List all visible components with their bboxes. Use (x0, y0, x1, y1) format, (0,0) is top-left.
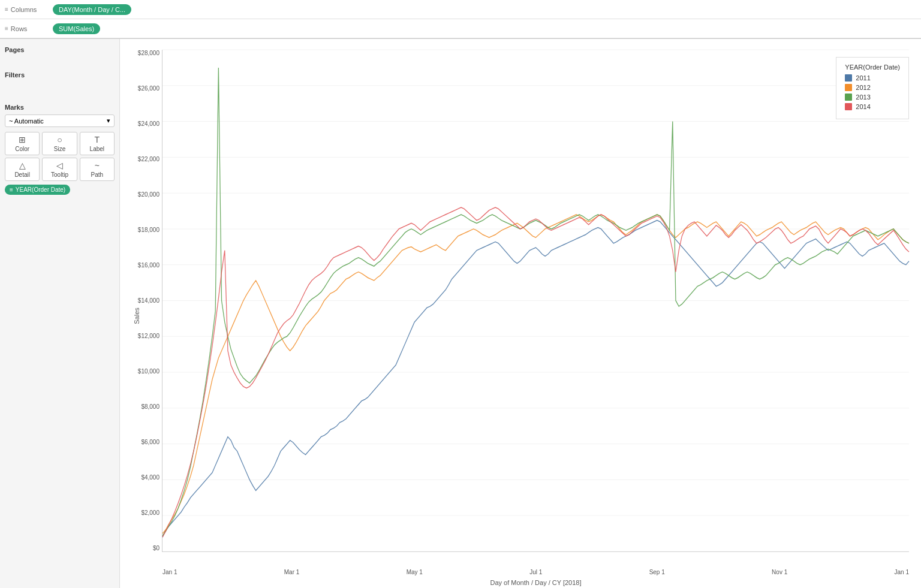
color-icon: ⊞ (19, 135, 26, 144)
rows-shelf: ≡ Rows SUM(Sales) (0, 19, 921, 38)
size-icon: ○ (57, 135, 62, 144)
year-order-date-pill[interactable]: ≡ YEAR(Order Date) (5, 185, 70, 195)
y-label-28000: $28,000 (124, 50, 159, 56)
label-label: Label (90, 146, 104, 152)
legend-item-2013: 2013 (845, 94, 900, 101)
x-label-sep1: Sep 1 (649, 569, 665, 575)
marks-grid: ⊞ Color ○ Size T Label △ Detail ◁ Tool (5, 132, 115, 181)
color-button[interactable]: ⊞ Color (5, 132, 40, 155)
y-labels: $28,000 $26,000 $24,000 $22,000 $20,000 … (124, 50, 159, 551)
legend-item-2011: 2011 (845, 74, 900, 82)
y-label-2000: $2,000 (124, 509, 159, 516)
pill-label: YEAR(Order Date) (16, 186, 65, 193)
y-label-12000: $12,000 (124, 333, 159, 339)
y-label-10000: $10,000 (124, 368, 159, 375)
size-button[interactable]: ○ Size (42, 132, 77, 155)
top-bar: ≡ Columns DAY(Month / Day / C... ≡ Rows … (0, 0, 921, 39)
tooltip-button[interactable]: ◁ Tooltip (42, 158, 77, 181)
path-button[interactable]: ~ Path (80, 158, 115, 181)
x-label-jan1-end: Jan 1 (895, 569, 909, 575)
columns-shelf: ≡ Columns DAY(Month / Day / C... (0, 0, 921, 19)
tooltip-icon: ◁ (56, 161, 63, 170)
detail-button[interactable]: △ Detail (5, 158, 40, 181)
x-label-mar1: Mar 1 (284, 569, 300, 575)
columns-label: ≡ Columns (5, 6, 53, 13)
columns-pill[interactable]: DAY(Month / Day / C... (53, 4, 131, 15)
y-label-4000: $4,000 (124, 474, 159, 481)
x-label-nov1: Nov 1 (772, 569, 787, 575)
tooltip-label: Tooltip (51, 171, 68, 178)
label-button[interactable]: T Label (80, 132, 115, 155)
chart-container: Sales $28,000 $26,000 $24,000 $22,000 $2… (120, 44, 921, 588)
x-axis-title: Day of Month / Day / CY [2018] (490, 579, 581, 586)
y-label-22000: $22,000 (124, 156, 159, 162)
legend-item-2014: 2014 (845, 103, 900, 110)
chart-area: Sales $28,000 $26,000 $24,000 $22,000 $2… (120, 39, 921, 588)
x-label-jul1: Jul 1 (529, 569, 542, 575)
pages-title: Pages (5, 46, 115, 53)
y-label-8000: $8,000 (124, 403, 159, 410)
x-labels: Jan 1 Mar 1 May 1 Jul 1 Sep 1 Nov 1 Jan … (162, 569, 909, 575)
detail-label: Detail (14, 171, 30, 178)
main-area: Pages Filters Marks ~ Automatic ▾ ⊞ Colo… (0, 39, 921, 588)
y-label-0: $0 (124, 545, 159, 551)
legend-color-2014 (845, 103, 852, 110)
legend-color-2013 (845, 94, 852, 101)
chart-svg (162, 50, 909, 551)
y-label-6000: $6,000 (124, 439, 159, 445)
x-label-jan1: Jan 1 (162, 569, 177, 575)
chart-legend: YEAR(Order Date) 2011 2012 2013 2014 (836, 57, 909, 119)
marks-title: Marks (5, 104, 115, 111)
legend-label-2012: 2012 (856, 84, 870, 91)
path-label: Path (91, 171, 104, 178)
rows-pill[interactable]: SUM(Sales) (53, 23, 100, 34)
marks-type-dropdown[interactable]: ~ Automatic ▾ (5, 114, 115, 127)
color-label: Color (15, 146, 29, 152)
y-label-18000: $18,000 (124, 227, 159, 233)
legend-label-2011: 2011 (856, 74, 870, 82)
y-label-24000: $24,000 (124, 120, 159, 127)
y-label-16000: $16,000 (124, 262, 159, 269)
y-label-14000: $14,000 (124, 297, 159, 304)
columns-icon: ≡ (5, 6, 8, 13)
path-icon: ~ (95, 161, 100, 170)
sidebar: Pages Filters Marks ~ Automatic ▾ ⊞ Colo… (0, 39, 120, 588)
y-label-20000: $20,000 (124, 191, 159, 198)
legend-title: YEAR(Order Date) (845, 64, 900, 71)
chevron-down-icon: ▾ (107, 117, 110, 125)
legend-color-2011 (845, 74, 852, 82)
legend-color-2012 (845, 84, 852, 91)
y-label-26000: $26,000 (124, 85, 159, 92)
pill-icon: ≡ (10, 186, 13, 193)
x-label-may1: May 1 (407, 569, 423, 575)
legend-label-2014: 2014 (856, 103, 870, 110)
chart-inner: $28,000 $26,000 $24,000 $22,000 $20,000 … (162, 50, 909, 552)
label-icon: T (95, 135, 100, 144)
detail-icon: △ (19, 161, 26, 170)
rows-icon: ≡ (5, 25, 8, 32)
rows-label: ≡ Rows (5, 25, 53, 32)
filters-title: Filters (5, 71, 115, 79)
size-label: Size (54, 146, 65, 152)
legend-label-2013: 2013 (856, 94, 870, 101)
marks-section: Marks ~ Automatic ▾ ⊞ Color ○ Size T Lab… (5, 101, 115, 195)
legend-item-2012: 2012 (845, 84, 900, 91)
marks-type-label: ~ Automatic (9, 117, 44, 125)
